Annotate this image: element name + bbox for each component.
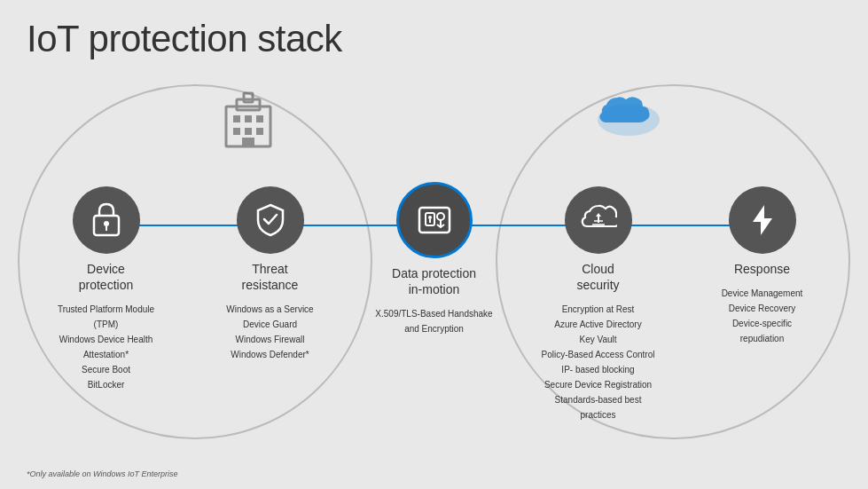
svg-rect-13	[106, 226, 107, 231]
threat-resistance-label: Threatresistance	[242, 261, 299, 293]
svg-rect-4	[233, 128, 240, 135]
node-response: Response Device Management Device Recove…	[680, 186, 844, 346]
data-protection-icon	[396, 182, 473, 258]
svg-rect-1	[233, 115, 240, 122]
threat-resistance-icon	[237, 186, 304, 254]
device-protection-details: Trusted Platform Module(TPM) Windows Dev…	[58, 302, 154, 392]
svg-rect-7	[242, 138, 254, 146]
page-title: IoT protection stack	[27, 18, 342, 60]
threat-resistance-details: Windows as a Service Device Guard Window…	[226, 302, 313, 362]
device-protection-icon	[73, 186, 140, 254]
node-cloud-security: Cloudsecurity Encryption at Rest Azure A…	[516, 186, 680, 422]
svg-rect-3	[256, 115, 263, 122]
svg-rect-6	[256, 128, 263, 135]
data-protection-details: X.509/TLS-Based Handshakeand Encryption	[375, 306, 492, 336]
data-protection-label: Data protectionin-motion	[392, 265, 476, 297]
svg-point-18	[437, 213, 444, 220]
svg-rect-5	[245, 128, 252, 135]
device-protection-label: Deviceprotection	[79, 261, 133, 293]
footnote: *Only available on Windows IoT Enterpris…	[27, 469, 178, 478]
icon-nodes-row: Deviceprotection Trusted Platform Module…	[0, 186, 868, 422]
building-icon	[217, 89, 279, 163]
node-device-protection: Deviceprotection Trusted Platform Module…	[24, 186, 188, 392]
svg-rect-2	[245, 115, 252, 122]
svg-point-12	[104, 221, 109, 226]
response-label: Response	[734, 261, 790, 277]
node-data-protection: Data protectionin-motion X.509/TLS-Based…	[352, 182, 516, 336]
cloud-security-icon	[565, 186, 632, 254]
svg-rect-9	[244, 93, 253, 102]
svg-rect-17	[429, 219, 431, 223]
cloud-security-label: Cloudsecurity	[576, 261, 619, 293]
node-threat-resistance: Threatresistance Windows as a Service De…	[188, 186, 352, 362]
svg-point-16	[428, 216, 432, 219]
response-icon	[729, 186, 796, 254]
response-details: Device Management Device Recovery Device…	[722, 286, 803, 346]
cloud-icon	[593, 89, 664, 149]
cloud-security-details: Encryption at Rest Azure Active Director…	[542, 302, 655, 422]
